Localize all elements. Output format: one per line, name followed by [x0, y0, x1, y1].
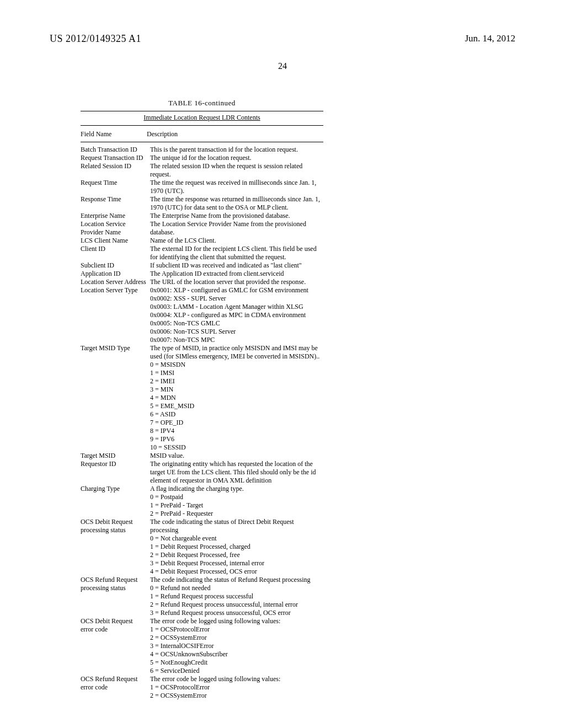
description-cell: The error code be logged using following… [150, 675, 323, 700]
table-row: LCS Client NameName of the LCS Client. [81, 237, 323, 245]
field-name-cell: Request Transaction ID [81, 154, 150, 162]
description-cell: Name of the LCS Client. [150, 237, 323, 245]
field-name-cell: Requestor ID [81, 460, 150, 468]
description-cell: The code indicating the status of Direct… [150, 518, 323, 576]
table-row: Requestor IDThe originating entity which… [81, 460, 323, 485]
description-cell: The related session ID when the request … [150, 162, 323, 179]
description-cell: This is the parent transaction id for th… [150, 146, 323, 154]
description-cell: The time the response was returned in mi… [150, 195, 323, 212]
table-row: Related Session IDThe related session ID… [81, 162, 323, 179]
page: US 2012/0149325 A1 Jun. 14, 2012 24 TABL… [0, 0, 565, 722]
table-body: Batch Transaction IDThis is the parent t… [81, 142, 323, 700]
table-row: Response TimeThe time the response was r… [81, 195, 323, 212]
field-name-cell: Batch Transaction ID [81, 146, 150, 154]
table-row: Client IDThe external ID for the recipie… [81, 245, 323, 261]
field-name-cell: Target MSID Type [81, 344, 150, 352]
description-cell: The Location Service Provider Name from … [150, 220, 323, 237]
publication-number: US 2012/0149325 A1 [50, 33, 141, 45]
field-name-cell: Subclient ID [81, 261, 150, 270]
table-row: Request TimeThe time the request was rec… [81, 179, 323, 195]
table-row: Charging TypeA flag indicating the charg… [81, 485, 323, 518]
table-column-headers: Field Name Description [81, 128, 323, 142]
field-name-cell: OCS Debit Request error code [81, 617, 150, 634]
field-name-cell: OCS Debit Request processing status [81, 518, 150, 534]
field-name-cell: LCS Client Name [81, 237, 150, 245]
description-cell: The unique id for the location request. [150, 154, 323, 162]
table-row: Subclient IDIf subclient ID was received… [81, 261, 323, 270]
table-row: Target MSID TypeThe type of MSID, in pra… [81, 344, 323, 452]
column-header-field: Field Name [81, 130, 147, 138]
description-cell: The Application ID extracted from client… [150, 270, 323, 278]
description-cell: The error code be logged using following… [150, 617, 323, 675]
table-subtitle: Immediate Location Request LDR Contents [81, 111, 323, 126]
table-title: TABLE 16-continued [81, 99, 323, 108]
field-name-cell: Response Time [81, 195, 150, 204]
description-cell: 0x0001: XLP - configured as GMLC for GSM… [150, 286, 323, 344]
description-cell: The type of MSID, in practice only MSISD… [150, 344, 323, 452]
table-row: Application IDThe Application ID extract… [81, 270, 323, 278]
table-row: Batch Transaction IDThis is the parent t… [81, 146, 323, 154]
column-header-description: Description [147, 130, 323, 138]
table-row: OCS Refund Request processing statusThe … [81, 576, 323, 617]
field-name-cell: Location Service Provider Name [81, 220, 150, 237]
table-row: Request Transaction IDThe unique id for … [81, 154, 323, 162]
field-name-cell: Charging Type [81, 485, 150, 493]
field-name-cell: OCS Refund Request error code [81, 675, 150, 692]
field-name-cell: Target MSID [81, 452, 150, 460]
table-row: OCS Debit Request processing statusThe c… [81, 518, 323, 576]
description-cell: The time the request was received in mil… [150, 179, 323, 195]
field-name-cell: Client ID [81, 245, 150, 253]
description-cell: If subclient ID was received and indicat… [150, 261, 323, 270]
table-row: Target MSIDMSID value. [81, 452, 323, 460]
table-row: Location Server AddressThe URL of the lo… [81, 278, 323, 286]
table-row: OCS Refund Request error codeThe error c… [81, 675, 323, 700]
table-row: Location Server Type0x0001: XLP - config… [81, 286, 323, 344]
field-name-cell: Location Server Type [81, 286, 150, 295]
description-cell: A flag indicating the charging type. 0 =… [150, 485, 323, 518]
field-name-cell: Related Session ID [81, 162, 150, 170]
description-cell: The originating entity which has request… [150, 460, 323, 485]
description-cell: The code indicating the status of Refund… [150, 576, 323, 617]
table-16-continued: TABLE 16-continued Immediate Location Re… [81, 99, 323, 700]
field-name-cell: Request Time [81, 179, 150, 187]
description-cell: MSID value. [150, 452, 323, 460]
field-name-cell: Enterprise Name [81, 212, 150, 220]
field-name-cell: Location Server Address [81, 278, 150, 286]
field-name-cell: OCS Refund Request processing status [81, 576, 150, 592]
table-row: Enterprise NameThe Enterprise Name from … [81, 212, 323, 220]
table-row: Location Service Provider NameThe Locati… [81, 220, 323, 237]
description-cell: The URL of the location server that prov… [150, 278, 323, 286]
publication-date: Jun. 14, 2012 [465, 33, 515, 45]
page-header: US 2012/0149325 A1 Jun. 14, 2012 [50, 33, 515, 45]
page-number: 24 [50, 61, 515, 71]
description-cell: The Enterprise Name from the provisioned… [150, 212, 323, 220]
table-row: OCS Debit Request error codeThe error co… [81, 617, 323, 675]
field-name-cell: Application ID [81, 270, 150, 278]
description-cell: The external ID for the recipient LCS cl… [150, 245, 323, 261]
